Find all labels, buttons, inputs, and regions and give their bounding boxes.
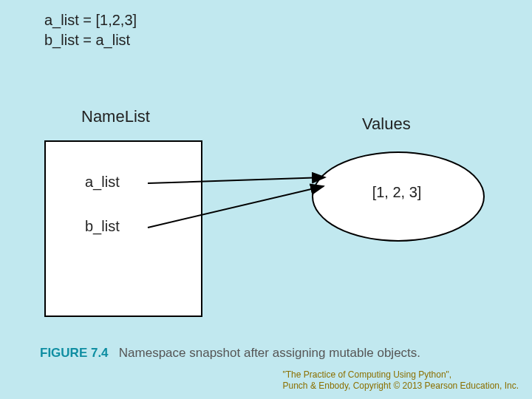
figure-number: FIGURE 7.4 <box>40 346 109 360</box>
code-block: a_list = [1,2,3] b_list = a_list <box>44 10 137 50</box>
figure-text: Namespace snapshot after assigning mutab… <box>119 346 420 360</box>
value-text: [1, 2, 3] <box>312 184 482 201</box>
code-line-2: b_list = a_list <box>44 30 137 50</box>
value-ellipse: [1, 2, 3] <box>312 151 482 239</box>
credit-block: "The Practice of Computing Using Python"… <box>283 369 519 392</box>
figure-caption: FIGURE 7.4 Namespace snapshot after assi… <box>40 346 420 361</box>
code-line-1: a_list = [1,2,3] <box>44 10 137 30</box>
namelist-box <box>44 140 202 317</box>
credit-line-2: Punch & Enbody, Copyright © 2013 Pearson… <box>283 381 519 392</box>
credit-line-1: "The Practice of Computing Using Python"… <box>283 369 519 381</box>
name-a-list: a_list <box>85 174 120 191</box>
name-b-list: b_list <box>85 218 120 235</box>
label-namelist: NameList <box>81 107 150 126</box>
label-values: Values <box>362 115 411 134</box>
